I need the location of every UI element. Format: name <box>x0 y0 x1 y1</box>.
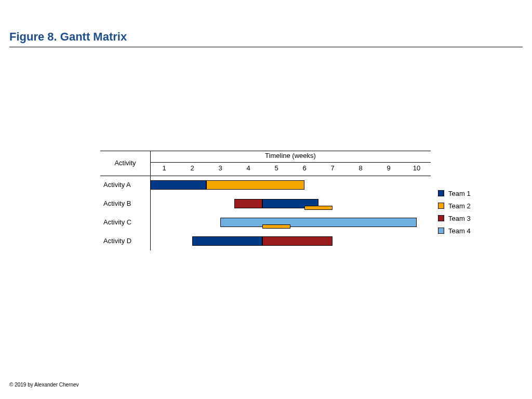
legend-item: Team 3 <box>438 212 471 224</box>
legend-swatch <box>438 190 444 196</box>
week-header-9: 9 <box>375 164 403 172</box>
legend-label: Team 4 <box>448 227 471 235</box>
week-header-5: 5 <box>262 164 290 172</box>
gantt-bar <box>206 180 304 190</box>
slide: Figure 8. Gantt Matrix Activity Timeline… <box>0 0 532 399</box>
activity-label: Activity C <box>100 213 150 232</box>
week-header-7: 7 <box>318 164 347 172</box>
legend-swatch <box>438 215 444 221</box>
week-header-10: 10 <box>403 164 431 172</box>
copyright: © 2019 by Alexander Chernev <box>9 382 79 388</box>
legend-label: Team 3 <box>448 215 471 222</box>
activity-label: Activity B <box>100 194 150 213</box>
activity-label: Activity A <box>100 176 150 194</box>
gantt-bar <box>262 224 290 229</box>
gantt-bar <box>234 199 262 208</box>
figure-title: Figure 8. Gantt Matrix <box>9 30 127 44</box>
week-header-3: 3 <box>206 164 234 172</box>
week-header-8: 8 <box>347 164 375 172</box>
gantt-bar <box>304 206 332 210</box>
gantt-bar <box>150 180 206 190</box>
activity-header: Activity <box>100 151 150 176</box>
title-divider <box>9 47 523 47</box>
week-header-1: 1 <box>150 164 178 172</box>
legend-item: Team 1 <box>438 187 471 200</box>
legend: Team 1Team 2Team 3Team 4 <box>438 187 471 237</box>
legend-label: Team 1 <box>448 190 471 197</box>
bar-area <box>150 213 431 232</box>
legend-swatch <box>438 203 444 209</box>
header-rule-mid <box>150 162 431 163</box>
legend-item: Team 4 <box>438 224 471 237</box>
week-header-2: 2 <box>178 164 206 172</box>
bar-area <box>150 194 431 213</box>
gantt-bar <box>262 236 332 246</box>
bar-area <box>150 232 431 250</box>
timeline-header: Timeline (weeks) <box>150 152 431 159</box>
activity-label: Activity D <box>100 232 150 250</box>
legend-item: Team 2 <box>438 200 471 212</box>
legend-swatch <box>438 228 444 234</box>
bar-area <box>150 176 431 194</box>
week-header-6: 6 <box>290 164 318 172</box>
legend-label: Team 2 <box>448 202 471 210</box>
gantt-bar <box>192 236 262 246</box>
week-header-4: 4 <box>234 164 262 172</box>
gantt-bar <box>220 218 417 227</box>
